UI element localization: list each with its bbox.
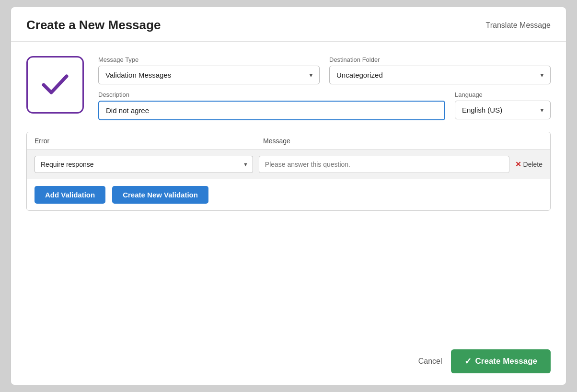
destination-folder-group: Destination Folder Uncategorized General…	[329, 56, 551, 84]
dialog-footer: Cancel ✓ Create Message	[11, 342, 566, 385]
description-group: Description	[98, 91, 445, 120]
error-select-wrapper: Require response Invalid format Out of r…	[35, 156, 253, 173]
message-type-label: Message Type	[98, 56, 320, 63]
error-type-select[interactable]: Require response Invalid format Out of r…	[35, 156, 253, 173]
create-new-validation-button[interactable]: Create New Validation	[112, 186, 208, 204]
table-row: Require response Invalid format Out of r…	[27, 150, 550, 179]
destination-folder-select-wrapper: Uncategorized General Custom ▼	[329, 66, 551, 84]
add-validation-button[interactable]: Add Validation	[35, 186, 105, 204]
destination-folder-label: Destination Folder	[329, 56, 551, 63]
col-error-header: Error	[35, 137, 263, 145]
error-select-col: Require response Invalid format Out of r…	[35, 156, 253, 173]
type-folder-row: Message Type Validation Messages Info Me…	[98, 56, 551, 84]
create-message-button[interactable]: ✓ Create Message	[451, 349, 551, 373]
message-input-col	[259, 156, 509, 173]
dialog-body: Message Type Validation Messages Info Me…	[11, 42, 566, 342]
create-message-dialog: Create a New Message Translate Message M…	[11, 7, 566, 385]
top-section: Message Type Validation Messages Info Me…	[26, 56, 551, 120]
message-type-icon-box	[26, 56, 84, 114]
message-type-group: Message Type Validation Messages Info Me…	[98, 56, 320, 84]
delete-x-icon: ✕	[515, 160, 521, 169]
language-group: Language English (US) Spanish French ▼	[455, 91, 551, 119]
create-checkmark-icon: ✓	[464, 356, 472, 367]
create-message-label: Create Message	[475, 357, 537, 366]
language-select-wrapper: English (US) Spanish French ▼	[455, 101, 551, 119]
language-label: Language	[455, 91, 551, 98]
validation-section: Error Message Require response Invalid f…	[26, 132, 551, 211]
description-language-row: Description Language English (US) Spanis…	[98, 91, 551, 120]
col-message-header: Message	[263, 137, 542, 145]
delete-label: Delete	[523, 161, 542, 168]
dialog-header: Create a New Message Translate Message	[11, 7, 566, 42]
validation-message-input[interactable]	[259, 156, 509, 173]
checkmark-icon	[38, 67, 72, 103]
description-input[interactable]	[98, 101, 445, 120]
delete-col[interactable]: ✕ Delete	[515, 160, 542, 169]
validation-footer: Add Validation Create New Validation	[27, 179, 550, 210]
form-fields: Message Type Validation Messages Info Me…	[98, 56, 551, 120]
cancel-button[interactable]: Cancel	[418, 357, 442, 366]
translate-message-link[interactable]: Translate Message	[486, 21, 551, 30]
language-select[interactable]: English (US) Spanish French	[455, 101, 551, 119]
validation-header-row: Error Message	[27, 132, 550, 150]
destination-folder-select[interactable]: Uncategorized General Custom	[329, 66, 551, 84]
dialog-title: Create a New Message	[26, 18, 161, 33]
description-label: Description	[98, 91, 445, 98]
message-type-select-wrapper: Validation Messages Info Messages Warnin…	[98, 66, 320, 84]
message-type-select[interactable]: Validation Messages Info Messages Warnin…	[98, 66, 320, 84]
